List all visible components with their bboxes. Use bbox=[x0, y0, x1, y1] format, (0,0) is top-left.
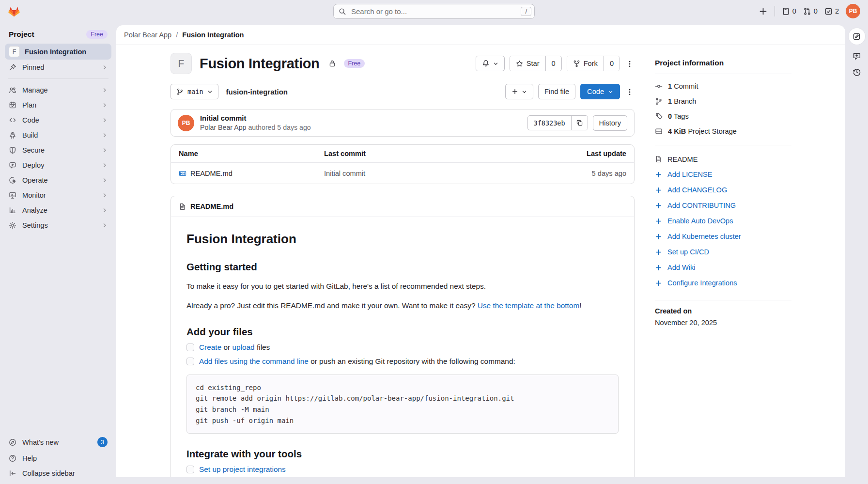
commit-sha-group: 3f8323eb bbox=[527, 115, 588, 130]
tags-stat[interactable]: 0 Tags bbox=[655, 109, 791, 124]
readme-file-header[interactable]: README.md bbox=[171, 196, 634, 217]
gitlab-logo-icon[interactable] bbox=[8, 5, 20, 17]
global-search[interactable]: / bbox=[333, 4, 535, 19]
search-icon bbox=[339, 8, 346, 16]
add-contributing-link[interactable]: Add CONTRIBUTING bbox=[655, 198, 791, 213]
sidebar-project-name: Fusion Integration bbox=[25, 48, 86, 56]
sidebar-item-code[interactable]: Code bbox=[5, 113, 111, 127]
copy-sha-button[interactable] bbox=[571, 115, 588, 130]
sidebar-item-label: Pinned bbox=[22, 63, 96, 71]
storage-stat[interactable]: 4 KiB Project Storage bbox=[655, 124, 791, 139]
calendar-icon bbox=[9, 101, 16, 109]
collapse-sidebar-label: Collapse sidebar bbox=[22, 469, 108, 477]
commit-author-avatar[interactable]: PB bbox=[178, 115, 194, 131]
project-integrations-link[interactable]: Set up project integrations bbox=[199, 465, 286, 474]
fork-count[interactable]: 0 bbox=[604, 56, 620, 71]
todo-check-icon bbox=[824, 7, 833, 16]
enable-auto-devops-link[interactable]: Enable Auto DevOps bbox=[655, 213, 791, 229]
help-button[interactable]: Help bbox=[5, 451, 111, 466]
user-avatar[interactable]: PB bbox=[846, 4, 860, 18]
create-link[interactable]: Create bbox=[199, 343, 221, 351]
configure-integrations-link[interactable]: Configure Integrations bbox=[655, 275, 791, 291]
upload-link[interactable]: upload bbox=[232, 343, 254, 351]
copy-icon bbox=[576, 119, 583, 126]
kebab-icon bbox=[626, 88, 634, 96]
left-sidebar: Project Free F Fusion Integration Pinned… bbox=[0, 22, 116, 484]
document-icon bbox=[179, 203, 186, 210]
panel-divider bbox=[655, 145, 791, 145]
add-file-button[interactable] bbox=[505, 84, 533, 99]
project-actions-kebab[interactable] bbox=[625, 57, 635, 69]
sidebar-item-settings[interactable]: Settings bbox=[5, 218, 111, 233]
file-table-header: Name Last commit Last update bbox=[171, 145, 634, 163]
page-title: Fusion Integration bbox=[200, 56, 320, 72]
add-license-link[interactable]: Add LICENSE bbox=[655, 167, 791, 182]
star-button[interactable]: Star bbox=[510, 56, 545, 71]
notifications-button[interactable] bbox=[476, 56, 505, 71]
file-last-commit-link[interactable]: Initial commit bbox=[324, 170, 544, 177]
checkbox bbox=[186, 358, 194, 365]
readme-title: Fusion Integration bbox=[186, 232, 619, 247]
compass-icon bbox=[9, 438, 16, 446]
issues-counter[interactable]: 0 bbox=[782, 7, 796, 16]
add-changelog-link[interactable]: Add CHANGELOG bbox=[655, 182, 791, 198]
chevron-right-icon bbox=[102, 87, 108, 93]
edit-note-button[interactable] bbox=[849, 28, 865, 45]
history-button[interactable]: History bbox=[593, 115, 627, 131]
sidebar-item-monitor[interactable]: Monitor bbox=[5, 188, 111, 203]
sidebar-item-pinned[interactable]: Pinned bbox=[5, 60, 111, 75]
sidebar-item-deploy[interactable]: Deploy bbox=[5, 158, 111, 172]
todos-counter[interactable]: 2 bbox=[824, 7, 839, 16]
fork-icon bbox=[573, 60, 580, 67]
code-icon bbox=[9, 116, 16, 124]
created-on-label: Created on bbox=[655, 307, 791, 315]
command-line-link[interactable]: Add files using the command line bbox=[199, 357, 309, 365]
plan-badge[interactable]: Free bbox=[86, 30, 108, 39]
fork-button-group: Fork 0 bbox=[567, 56, 620, 71]
sidebar-item-plan[interactable]: Plan bbox=[5, 98, 111, 112]
comment-plus-icon[interactable] bbox=[852, 52, 861, 61]
sidebar-item-operate[interactable]: Operate bbox=[5, 173, 111, 187]
breadcrumb-project-link[interactable]: Fusion Integration bbox=[182, 31, 244, 39]
sidebar-item-build[interactable]: Build bbox=[5, 128, 111, 142]
create-new-button[interactable] bbox=[759, 7, 768, 16]
sidebar-item-secure[interactable]: Secure bbox=[5, 143, 111, 157]
file-link-readme[interactable]: README.md bbox=[179, 170, 324, 177]
plus-icon bbox=[655, 233, 662, 240]
task-list-item: Create or upload files bbox=[186, 343, 619, 352]
readme-file-name: README.md bbox=[190, 203, 233, 210]
commits-stat[interactable]: 1 Commit bbox=[655, 78, 791, 94]
task-list-item: Add files using the command line or push… bbox=[186, 357, 619, 366]
project-avatar: F bbox=[9, 46, 20, 57]
readme-paragraph: Already a pro? Just edit this README.md … bbox=[186, 300, 619, 312]
chevron-down-icon bbox=[493, 61, 498, 66]
find-file-button[interactable]: Find file bbox=[538, 84, 575, 99]
history-icon[interactable] bbox=[852, 68, 861, 77]
repo-actions-kebab[interactable] bbox=[625, 85, 635, 97]
sidebar-item-label: Secure bbox=[22, 146, 96, 154]
merge-requests-counter[interactable]: 0 bbox=[803, 7, 818, 16]
readme-link[interactable]: README bbox=[655, 152, 791, 167]
template-link[interactable]: Use the template at the bottom bbox=[478, 301, 579, 310]
add-kubernetes-cluster-link[interactable]: Add Kubernetes cluster bbox=[655, 229, 791, 244]
fork-button[interactable]: Fork bbox=[567, 56, 604, 71]
search-input[interactable] bbox=[350, 7, 517, 16]
code-dropdown-button[interactable]: Code bbox=[580, 84, 620, 99]
collapse-sidebar-button[interactable]: Collapse sidebar bbox=[5, 466, 111, 481]
readme-heading-getting-started: Getting started bbox=[186, 261, 619, 273]
sidebar-item-label: Manage bbox=[22, 86, 96, 94]
branches-stat[interactable]: 1 Branch bbox=[655, 94, 791, 109]
commit-title-link[interactable]: Initial commit bbox=[200, 114, 311, 122]
sidebar-item-manage[interactable]: Manage bbox=[5, 83, 111, 97]
whats-new-button[interactable]: What's new 3 bbox=[5, 434, 111, 451]
sidebar-item-label: Monitor bbox=[22, 191, 96, 199]
breadcrumb-group-link[interactable]: Polar Bear App bbox=[124, 31, 171, 39]
issues-icon bbox=[782, 7, 790, 16]
branch-selector[interactable]: main bbox=[170, 84, 218, 99]
sidebar-item-analyze[interactable]: Analyze bbox=[5, 203, 111, 218]
sidebar-item-project[interactable]: F Fusion Integration bbox=[5, 44, 111, 60]
add-wiki-link[interactable]: Add Wiki bbox=[655, 260, 791, 275]
star-count[interactable]: 0 bbox=[545, 56, 561, 71]
set-up-cicd-link[interactable]: Set up CI/CD bbox=[655, 244, 791, 260]
chevron-down-icon bbox=[608, 89, 613, 94]
